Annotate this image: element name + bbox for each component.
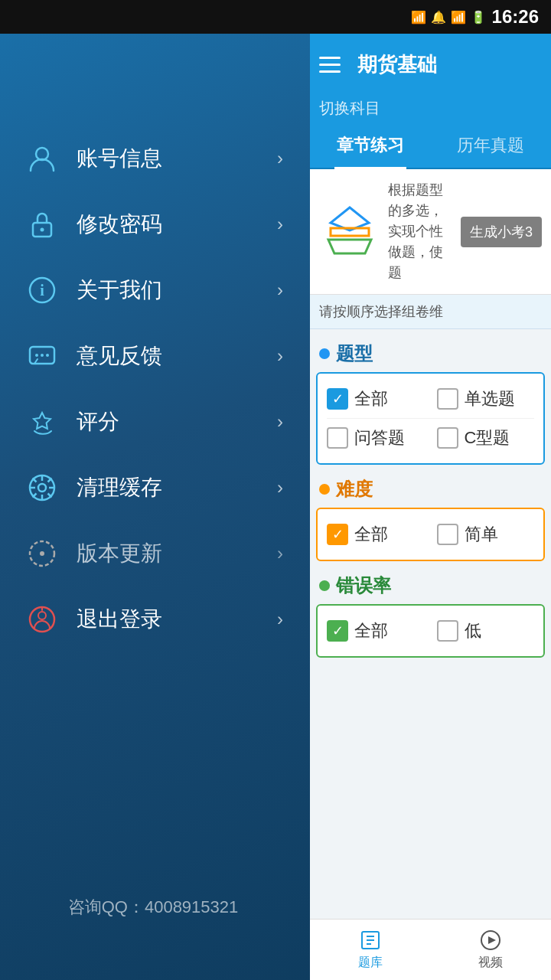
switch-label[interactable]: 切换科目 bbox=[319, 100, 380, 116]
arrow-icon: › bbox=[277, 609, 283, 630]
tab-chapter[interactable]: 章节练习 bbox=[310, 123, 431, 168]
main-header: 期货基础 bbox=[310, 34, 551, 95]
arrow-icon: › bbox=[277, 345, 283, 367]
option-row-all-err: ✓ 全部 低 bbox=[327, 612, 534, 650]
checkbox-qa[interactable] bbox=[327, 427, 348, 449]
option-row-all: ✓ 全部 单选题 bbox=[327, 380, 534, 418]
option-label-all-type: 全部 bbox=[354, 387, 425, 410]
section-header-type: 题型 bbox=[310, 337, 551, 372]
sidebar-label-logout: 退出登录 bbox=[77, 605, 277, 634]
arrow-icon: › bbox=[277, 148, 283, 169]
sidebar-label-update: 版本更新 bbox=[77, 539, 277, 568]
svg-marker-25 bbox=[331, 228, 369, 236]
hamburger-button[interactable] bbox=[319, 49, 350, 80]
section-difficulty: 难度 ✓ 全部 简单 bbox=[310, 472, 551, 561]
svg-marker-32 bbox=[488, 936, 496, 944]
banner-logo bbox=[319, 201, 380, 263]
svg-point-0 bbox=[36, 148, 48, 160]
status-time: 16:26 bbox=[492, 6, 539, 28]
cache-icon bbox=[23, 469, 61, 507]
notification-icon: 🔔 bbox=[431, 10, 446, 24]
sidebar-item-logout[interactable]: 退出登录 › bbox=[0, 586, 306, 652]
option-row-qa: 问答题 C型题 bbox=[327, 418, 534, 457]
svg-point-8 bbox=[46, 354, 49, 357]
tab-bar: 章节练习 历年真题 bbox=[310, 123, 551, 169]
arrow-icon: › bbox=[277, 543, 283, 564]
generate-button[interactable]: 生成小考3 bbox=[461, 217, 542, 247]
dot-errorrate bbox=[319, 580, 330, 591]
arrow-icon: › bbox=[277, 279, 283, 301]
option-label-all-err: 全部 bbox=[354, 619, 425, 642]
sidebar-item-about[interactable]: i 关于我们 › bbox=[0, 257, 306, 323]
content-area: 根据题型的多选，实现个性做题，使题 生成小考3 请按顺序选择组卷维 题型 ✓ 全… bbox=[310, 169, 551, 919]
status-icons: 📶 🔔 📶 🔋 bbox=[411, 10, 486, 24]
svg-line-15 bbox=[33, 479, 37, 482]
arrow-icon: › bbox=[277, 214, 283, 235]
sidebar-item-account[interactable]: 账号信息 › bbox=[0, 126, 306, 191]
section-title-difficulty: 难度 bbox=[336, 477, 373, 501]
main-panel: 期货基础 切换科目 章节练习 历年真题 bbox=[310, 34, 551, 980]
sidebar-label-feedback: 意见反馈 bbox=[77, 341, 277, 371]
arrow-icon: › bbox=[277, 411, 283, 433]
option-label-qa: 问答题 bbox=[354, 426, 425, 449]
svg-point-6 bbox=[35, 354, 38, 357]
option-label-ctype: C型题 bbox=[465, 426, 535, 449]
questions-label: 题库 bbox=[358, 955, 383, 971]
options-card-type: ✓ 全部 单选题 问答题 C型题 bbox=[316, 372, 545, 465]
sidebar-item-update[interactable]: 版本更新 › bbox=[0, 521, 306, 586]
sidebar-label-about: 关于我们 bbox=[77, 276, 277, 305]
checkbox-ctype[interactable] bbox=[437, 427, 458, 449]
option-row-all-diff: ✓ 全部 简单 bbox=[327, 515, 534, 554]
checkbox-low[interactable] bbox=[437, 620, 458, 642]
video-icon bbox=[479, 929, 502, 952]
checkbox-all-err[interactable]: ✓ bbox=[327, 620, 348, 642]
rate-icon bbox=[23, 403, 61, 441]
section-header-errorrate: 错误率 bbox=[310, 569, 551, 604]
hamburger-line bbox=[319, 57, 341, 59]
banner-card: 根据题型的多选，实现个性做题，使题 生成小考3 bbox=[310, 169, 551, 295]
options-card-difficulty: ✓ 全部 简单 bbox=[316, 508, 545, 561]
option-label-easy: 简单 bbox=[465, 523, 535, 546]
svg-line-16 bbox=[48, 494, 52, 498]
account-icon bbox=[23, 139, 61, 178]
sidebar-item-rate[interactable]: 评分 › bbox=[0, 389, 306, 455]
svg-point-10 bbox=[38, 484, 46, 492]
sidebar-label-cache: 清理缓存 bbox=[77, 473, 277, 502]
password-icon bbox=[23, 205, 61, 243]
svg-point-2 bbox=[41, 228, 44, 232]
checkbox-easy[interactable] bbox=[437, 524, 458, 545]
sidebar-footer: 咨询QQ：4008915321 bbox=[0, 896, 306, 919]
bottom-nav-video[interactable]: 视频 bbox=[431, 920, 552, 980]
svg-point-7 bbox=[41, 354, 44, 357]
bottom-nav-questions[interactable]: 题库 bbox=[310, 920, 431, 980]
sidebar-item-feedback[interactable]: 意见反馈 › bbox=[0, 323, 306, 389]
feedback-icon bbox=[23, 337, 61, 375]
header-title: 期货基础 bbox=[357, 51, 542, 78]
svg-point-22 bbox=[38, 612, 46, 619]
dot-type bbox=[319, 348, 330, 359]
option-label-single: 单选题 bbox=[465, 387, 535, 410]
signal-icon: 📶 bbox=[451, 10, 466, 24]
tab-history[interactable]: 历年真题 bbox=[431, 123, 552, 168]
hamburger-line bbox=[319, 70, 341, 73]
sidebar-item-cache[interactable]: 清理缓存 › bbox=[0, 455, 306, 521]
section-type: 题型 ✓ 全部 单选题 问答题 C型题 bbox=[310, 337, 551, 465]
checkbox-single[interactable] bbox=[437, 388, 458, 410]
update-icon bbox=[23, 534, 61, 573]
dot-difficulty bbox=[319, 484, 330, 495]
section-errorrate: 错误率 ✓ 全部 低 bbox=[310, 569, 551, 658]
hamburger-line bbox=[319, 64, 341, 66]
sidebar-label-password: 修改密码 bbox=[77, 210, 277, 239]
checkbox-all-diff[interactable]: ✓ bbox=[327, 524, 348, 545]
section-title-type: 题型 bbox=[336, 341, 373, 366]
info-bar: 请按顺序选择组卷维 bbox=[310, 295, 551, 329]
bottom-nav: 题库 视频 bbox=[310, 919, 551, 980]
checkbox-all-type[interactable]: ✓ bbox=[327, 388, 348, 410]
video-label: 视频 bbox=[478, 955, 503, 971]
status-bar: 📶 🔔 📶 🔋 16:26 bbox=[0, 0, 551, 34]
section-title-errorrate: 错误率 bbox=[336, 573, 391, 598]
sidebar-item-password[interactable]: 修改密码 › bbox=[0, 191, 306, 257]
logout-icon bbox=[23, 600, 61, 639]
battery-icon: 🔋 bbox=[471, 10, 486, 24]
sidebar-label-account: 账号信息 bbox=[77, 144, 277, 173]
